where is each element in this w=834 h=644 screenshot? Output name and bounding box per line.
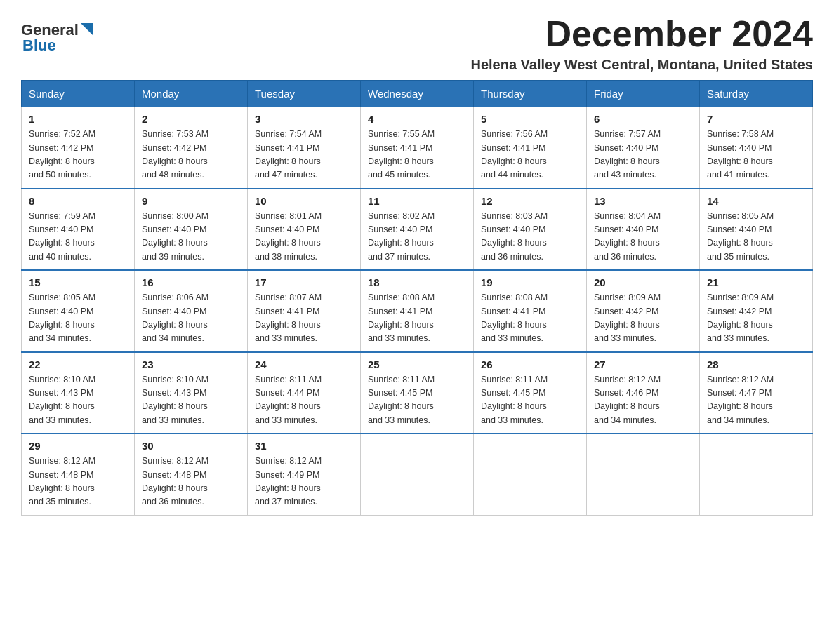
calendar-week-row: 15Sunrise: 8:05 AMSunset: 4:40 PMDayligh… (22, 270, 813, 352)
table-row: 9Sunrise: 8:00 AMSunset: 4:40 PMDaylight… (135, 189, 248, 271)
day-info: Sunrise: 8:12 AMSunset: 4:48 PMDaylight:… (29, 455, 127, 509)
table-row: 12Sunrise: 8:03 AMSunset: 4:40 PMDayligh… (474, 189, 587, 271)
day-number: 12 (481, 195, 579, 207)
day-number: 9 (142, 195, 240, 207)
table-row: 5Sunrise: 7:56 AMSunset: 4:41 PMDaylight… (474, 107, 587, 189)
day-info: Sunrise: 8:05 AMSunset: 4:40 PMDaylight:… (707, 210, 805, 264)
day-info: Sunrise: 8:00 AMSunset: 4:40 PMDaylight:… (142, 210, 240, 264)
day-info: Sunrise: 8:08 AMSunset: 4:41 PMDaylight:… (368, 291, 466, 346)
table-row: 19Sunrise: 8:08 AMSunset: 4:41 PMDayligh… (474, 270, 587, 352)
calendar-header-row: Sunday Monday Tuesday Wednesday Thursday… (22, 81, 813, 107)
day-info: Sunrise: 8:04 AMSunset: 4:40 PMDaylight:… (594, 210, 692, 264)
table-row: 31Sunrise: 8:12 AMSunset: 4:49 PMDayligh… (248, 434, 361, 515)
day-number: 14 (707, 195, 805, 207)
day-info: Sunrise: 8:09 AMSunset: 4:42 PMDaylight:… (594, 291, 692, 346)
header-tuesday: Tuesday (248, 81, 361, 107)
day-info: Sunrise: 7:56 AMSunset: 4:41 PMDaylight:… (481, 128, 579, 182)
table-row: 6Sunrise: 7:57 AMSunset: 4:40 PMDaylight… (587, 107, 700, 189)
day-info: Sunrise: 8:12 AMSunset: 4:48 PMDaylight:… (142, 455, 240, 509)
day-number: 31 (255, 440, 353, 452)
day-number: 28 (707, 358, 805, 370)
header-friday: Friday (587, 81, 700, 107)
day-number: 3 (255, 113, 353, 125)
day-number: 6 (594, 113, 692, 125)
table-row: 20Sunrise: 8:09 AMSunset: 4:42 PMDayligh… (587, 270, 700, 352)
table-row: 23Sunrise: 8:10 AMSunset: 4:43 PMDayligh… (135, 352, 248, 434)
day-number: 25 (368, 358, 466, 370)
day-number: 17 (255, 276, 353, 288)
table-row: 26Sunrise: 8:11 AMSunset: 4:45 PMDayligh… (474, 352, 587, 434)
calendar-table: Sunday Monday Tuesday Wednesday Thursday… (21, 80, 813, 516)
table-row: 14Sunrise: 8:05 AMSunset: 4:40 PMDayligh… (700, 189, 813, 271)
table-row: 4Sunrise: 7:55 AMSunset: 4:41 PMDaylight… (361, 107, 474, 189)
table-row: 8Sunrise: 7:59 AMSunset: 4:40 PMDaylight… (22, 189, 135, 271)
table-row: 30Sunrise: 8:12 AMSunset: 4:48 PMDayligh… (135, 434, 248, 515)
table-row: 28Sunrise: 8:12 AMSunset: 4:47 PMDayligh… (700, 352, 813, 434)
logo: General Blue (21, 21, 93, 55)
table-row: 10Sunrise: 8:01 AMSunset: 4:40 PMDayligh… (248, 189, 361, 271)
day-number: 2 (142, 113, 240, 125)
table-row: 24Sunrise: 8:11 AMSunset: 4:44 PMDayligh… (248, 352, 361, 434)
table-row (700, 434, 813, 515)
table-row: 21Sunrise: 8:09 AMSunset: 4:42 PMDayligh… (700, 270, 813, 352)
header-thursday: Thursday (474, 81, 587, 107)
day-info: Sunrise: 8:10 AMSunset: 4:43 PMDaylight:… (29, 373, 127, 428)
day-number: 7 (707, 113, 805, 125)
table-row: 13Sunrise: 8:04 AMSunset: 4:40 PMDayligh… (587, 189, 700, 271)
day-number: 10 (255, 195, 353, 207)
day-number: 26 (481, 358, 579, 370)
header-saturday: Saturday (700, 81, 813, 107)
calendar-week-row: 1Sunrise: 7:52 AMSunset: 4:42 PMDaylight… (22, 107, 813, 189)
day-info: Sunrise: 7:52 AMSunset: 4:42 PMDaylight:… (29, 128, 127, 182)
day-number: 5 (481, 113, 579, 125)
table-row: 29Sunrise: 8:12 AMSunset: 4:48 PMDayligh… (22, 434, 135, 515)
day-number: 1 (29, 113, 127, 125)
header-monday: Monday (135, 81, 248, 107)
day-info: Sunrise: 7:55 AMSunset: 4:41 PMDaylight:… (368, 128, 466, 182)
day-info: Sunrise: 8:11 AMSunset: 4:45 PMDaylight:… (368, 373, 466, 428)
calendar-week-row: 8Sunrise: 7:59 AMSunset: 4:40 PMDaylight… (22, 189, 813, 271)
day-number: 30 (142, 440, 240, 452)
day-info: Sunrise: 8:02 AMSunset: 4:40 PMDaylight:… (368, 210, 466, 264)
calendar-subtitle: Helena Valley West Central, Montana, Uni… (470, 57, 813, 73)
day-number: 27 (594, 358, 692, 370)
day-info: Sunrise: 8:12 AMSunset: 4:49 PMDaylight:… (255, 455, 353, 509)
day-number: 22 (29, 358, 127, 370)
table-row (361, 434, 474, 515)
page-header: General Blue December 2024 Helena Valley… (21, 14, 813, 73)
table-row: 25Sunrise: 8:11 AMSunset: 4:45 PMDayligh… (361, 352, 474, 434)
calendar-week-row: 29Sunrise: 8:12 AMSunset: 4:48 PMDayligh… (22, 434, 813, 515)
day-info: Sunrise: 7:53 AMSunset: 4:42 PMDaylight:… (142, 128, 240, 182)
title-section: December 2024 Helena Valley West Central… (470, 14, 813, 73)
day-number: 21 (707, 276, 805, 288)
calendar-title: December 2024 (470, 14, 813, 54)
day-info: Sunrise: 8:06 AMSunset: 4:40 PMDaylight:… (142, 291, 240, 346)
day-number: 16 (142, 276, 240, 288)
table-row: 18Sunrise: 8:08 AMSunset: 4:41 PMDayligh… (361, 270, 474, 352)
day-info: Sunrise: 8:12 AMSunset: 4:47 PMDaylight:… (707, 373, 805, 428)
day-info: Sunrise: 8:07 AMSunset: 4:41 PMDaylight:… (255, 291, 353, 346)
table-row: 11Sunrise: 8:02 AMSunset: 4:40 PMDayligh… (361, 189, 474, 271)
table-row: 2Sunrise: 7:53 AMSunset: 4:42 PMDaylight… (135, 107, 248, 189)
calendar-week-row: 22Sunrise: 8:10 AMSunset: 4:43 PMDayligh… (22, 352, 813, 434)
day-info: Sunrise: 7:58 AMSunset: 4:40 PMDaylight:… (707, 128, 805, 182)
table-row (587, 434, 700, 515)
logo-blue-text: Blue (22, 36, 56, 55)
table-row: 16Sunrise: 8:06 AMSunset: 4:40 PMDayligh… (135, 270, 248, 352)
day-number: 29 (29, 440, 127, 452)
day-number: 23 (142, 358, 240, 370)
day-info: Sunrise: 8:08 AMSunset: 4:41 PMDaylight:… (481, 291, 579, 346)
day-number: 15 (29, 276, 127, 288)
day-number: 19 (481, 276, 579, 288)
day-info: Sunrise: 8:03 AMSunset: 4:40 PMDaylight:… (481, 210, 579, 264)
day-number: 13 (594, 195, 692, 207)
table-row: 1Sunrise: 7:52 AMSunset: 4:42 PMDaylight… (22, 107, 135, 189)
header-sunday: Sunday (22, 81, 135, 107)
day-info: Sunrise: 8:05 AMSunset: 4:40 PMDaylight:… (29, 291, 127, 346)
day-info: Sunrise: 8:11 AMSunset: 4:44 PMDaylight:… (255, 373, 353, 428)
day-info: Sunrise: 7:57 AMSunset: 4:40 PMDaylight:… (594, 128, 692, 182)
day-number: 8 (29, 195, 127, 207)
day-info: Sunrise: 8:12 AMSunset: 4:46 PMDaylight:… (594, 373, 692, 428)
table-row: 22Sunrise: 8:10 AMSunset: 4:43 PMDayligh… (22, 352, 135, 434)
table-row: 15Sunrise: 8:05 AMSunset: 4:40 PMDayligh… (22, 270, 135, 352)
